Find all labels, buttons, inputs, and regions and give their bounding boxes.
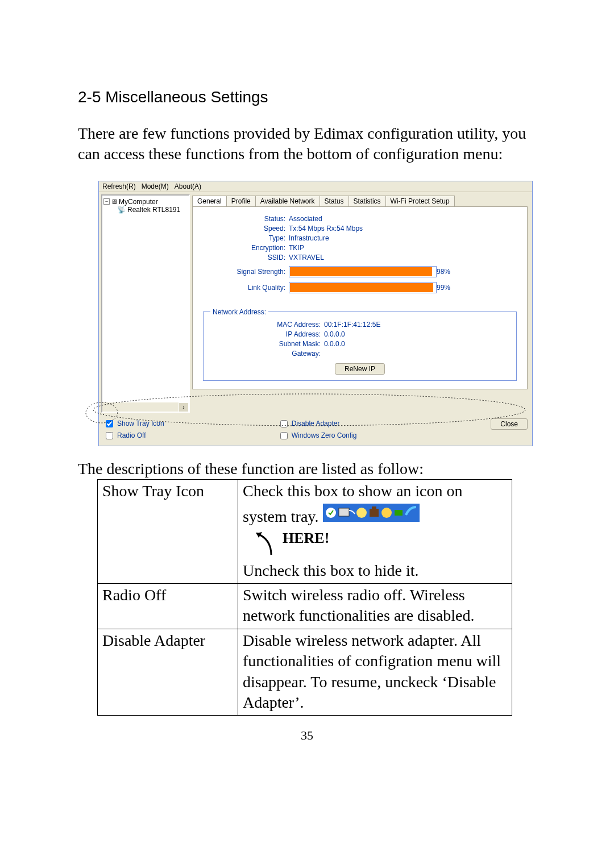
show-tray-checkbox[interactable]: Show Tray Icon [103, 418, 164, 429]
value-mac: 00:1F:1F:41:12:5E [324, 321, 509, 329]
value-status: Associated [289, 215, 519, 223]
disable-adapter-input[interactable] [280, 420, 288, 427]
label-signal-strength: Signal Strength: [201, 268, 289, 276]
tab-strip: General Profile Available Network Status… [192, 196, 528, 206]
tab-status[interactable]: Status [320, 196, 349, 206]
label-mac: MAC Address: [210, 321, 324, 329]
label-ip: IP Address: [210, 330, 324, 338]
value-speed: Tx:54 Mbps Rx:54 Mbps [289, 225, 519, 232]
cell-show-tray-key: Show Tray Icon [98, 479, 238, 583]
value-ssid: VXTRAVEL [289, 254, 519, 261]
tree-root-label: MyComputer [119, 198, 158, 206]
here-label: HERE! [283, 529, 329, 548]
value-encryption: TKIP [289, 244, 519, 252]
value-ip: 0.0.0.0 [324, 330, 509, 338]
disable-adapter-label: Disable Adapter [292, 420, 340, 427]
page-number: 35 [78, 728, 536, 743]
table-row: Show Tray Icon Check this box to show an… [98, 479, 512, 583]
show-tray-label: Show Tray Icon [117, 420, 164, 427]
label-status: Status: [201, 215, 289, 223]
windows-zero-checkbox[interactable]: Windows Zero Config [278, 430, 357, 441]
cell-disable-adapter-value: Disable wireless network adapter. All fu… [238, 629, 512, 716]
computer-icon [111, 198, 118, 206]
tab-general[interactable]: General [192, 196, 227, 206]
value-subnet: 0.0.0.0 [324, 340, 509, 348]
network-address-legend: Network Address: [210, 308, 268, 316]
label-subnet: Subnet Mask: [210, 340, 324, 348]
value-link-quality: 99% [437, 284, 459, 292]
cell-radio-off-key: Radio Off [98, 583, 238, 629]
table-row: Disable Adapter Disable wireless network… [98, 629, 512, 716]
network-address-group: Network Address: MAC Address: 00:1F:1F:4… [203, 308, 517, 381]
label-ssid: SSID: [201, 254, 289, 261]
value-signal-strength: 98% [437, 268, 459, 276]
tree-root[interactable]: − MyComputer [103, 198, 188, 206]
system-tray-icons [323, 504, 420, 522]
signal-strength-bar [289, 266, 437, 277]
show-tray-input[interactable] [106, 420, 113, 427]
radio-off-checkbox[interactable]: Radio Off [103, 430, 164, 441]
svg-point-5 [356, 508, 367, 518]
tab-available-network[interactable]: Available Network [255, 196, 320, 206]
svg-rect-4 [339, 508, 349, 516]
descriptions-table: Show Tray Icon Check this box to show an… [97, 479, 512, 716]
tree-pane: − MyComputer Realtek RTL8191 › [101, 194, 190, 413]
menu-bar: Refresh(R) Mode(M) About(A) [99, 181, 532, 192]
config-screenshot: Refresh(R) Mode(M) About(A) − MyComputer… [98, 181, 536, 446]
tree-collapse-icon[interactable]: − [103, 198, 110, 205]
section-heading: 2-5 Miscellaneous Settings [78, 88, 536, 106]
windows-zero-input[interactable] [280, 432, 288, 439]
intro-paragraph: There are few functions provided by Edim… [78, 123, 536, 165]
menu-mode[interactable]: Mode(M) [142, 182, 169, 190]
svg-point-8 [381, 508, 392, 518]
radio-off-label: Radio Off [117, 431, 146, 439]
svg-rect-6 [370, 509, 379, 517]
descriptions-intro: The descriptions of these function are l… [78, 460, 536, 478]
close-button[interactable]: Close [491, 418, 528, 430]
label-encryption: Encryption: [201, 244, 289, 252]
label-type: Type: [201, 234, 289, 242]
here-arrow-icon [243, 528, 277, 556]
cell-show-tray-value: Check this box to show an icon on system… [238, 479, 512, 583]
app-window: Refresh(R) Mode(M) About(A) − MyComputer… [98, 181, 533, 446]
renew-ip-button[interactable]: ReNew IP [335, 363, 385, 375]
adapter-icon [117, 206, 126, 214]
label-gateway: Gateway: [210, 350, 324, 358]
tab-profile[interactable]: Profile [226, 196, 256, 206]
label-link-quality: Link Quality: [201, 284, 289, 292]
cell-disable-adapter-key: Disable Adapter [98, 629, 238, 716]
radio-off-input[interactable] [106, 432, 113, 439]
tree-scrollbar[interactable]: › [102, 402, 189, 412]
label-speed: Speed: [201, 225, 289, 232]
link-quality-bar [289, 282, 437, 293]
bottom-bar: Show Tray Icon Radio Off Disable Adapter [99, 415, 532, 446]
value-gateway [324, 350, 509, 358]
svg-rect-7 [372, 506, 376, 509]
tab-wifi-protect[interactable]: Wi-Fi Protect Setup [385, 196, 455, 206]
menu-about[interactable]: About(A) [175, 182, 201, 190]
value-type: Infrastructure [289, 234, 519, 242]
tree-child[interactable]: Realtek RTL8191 [117, 206, 188, 214]
cell-radio-off-value: Switch wireless radio off. Wireless netw… [238, 583, 512, 629]
menu-refresh[interactable]: Refresh(R) [102, 182, 136, 190]
svg-rect-9 [395, 510, 403, 516]
scroll-right-icon[interactable]: › [179, 402, 189, 413]
tab-statistics[interactable]: Statistics [349, 196, 386, 206]
tab-body: Status: Associated Speed: Tx:54 Mbps Rx:… [192, 206, 528, 389]
windows-zero-label: Windows Zero Config [292, 431, 357, 439]
show-tray-desc-line2: Uncheck this box to hide it. [243, 562, 419, 579]
table-row: Radio Off Switch wireless radio off. Wir… [98, 583, 512, 629]
tree-child-label: Realtek RTL8191 [127, 206, 180, 214]
disable-adapter-checkbox[interactable]: Disable Adapter [278, 418, 357, 429]
